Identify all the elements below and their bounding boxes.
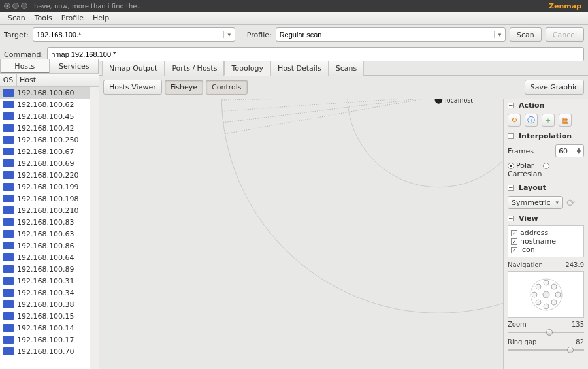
os-icon	[3, 347, 14, 355]
hosts-list[interactable]: 192.168.100.60192.168.100.62192.168.100.…	[0, 87, 90, 369]
os-icon	[3, 253, 14, 261]
frames-stepper[interactable]: 60▲▼	[555, 144, 584, 157]
navigation-wheel[interactable]	[508, 271, 584, 318]
check-hostname[interactable]: ✓	[511, 238, 517, 245]
side-panel: −Action ↻ ⓘ ＋ ▦ −Interpolation Frames 60…	[503, 99, 588, 369]
zoom-slider[interactable]	[508, 329, 584, 336]
menu-scan[interactable]: Scan	[4, 12, 29, 24]
controls-button[interactable]: Controls	[206, 80, 248, 95]
host-row[interactable]: 192.168.100.198	[0, 193, 90, 204]
collapse-icon[interactable]: −	[508, 185, 514, 191]
action-title: Action	[519, 101, 544, 110]
host-address: 192.168.100.250	[17, 136, 78, 144]
os-icon	[3, 300, 14, 308]
host-row[interactable]: 192.168.100.250	[0, 134, 90, 146]
host-row[interactable]: 192.168.100.62	[0, 99, 90, 110]
radio-polar[interactable]	[508, 163, 514, 169]
layout-select[interactable]: Symmetric▾	[508, 196, 563, 209]
check-address[interactable]: ✓	[511, 230, 517, 236]
topology-canvas[interactable]: localhostubuntu-desktop192.168.100.45192…	[99, 99, 588, 369]
action-info-icon[interactable]: ⓘ	[525, 114, 538, 127]
svg-point-83	[551, 300, 557, 305]
column-host[interactable]: Host	[17, 74, 99, 86]
host-row[interactable]: 192.168.100.220	[0, 169, 90, 181]
host-row[interactable]: 192.168.100.86	[0, 240, 90, 251]
host-address: 192.168.100.60	[17, 89, 74, 97]
target-combo[interactable]: ▾	[33, 27, 235, 42]
os-icon	[3, 112, 14, 120]
action-grid-icon[interactable]: ▦	[559, 114, 572, 127]
host-row[interactable]: 192.168.100.199	[0, 181, 90, 193]
tab-ports-hosts[interactable]: Ports / Hosts	[165, 61, 224, 76]
check-icon[interactable]: ✓	[511, 247, 517, 253]
scan-button[interactable]: Scan	[510, 27, 542, 42]
window-close-icon[interactable]: ×	[4, 3, 10, 9]
host-row[interactable]: 192.168.100.34	[0, 287, 90, 298]
host-row[interactable]: 192.168.100.15	[0, 310, 90, 322]
host-row[interactable]: 192.168.100.89	[0, 263, 90, 275]
chevron-down-icon[interactable]: ▾	[223, 31, 235, 38]
collapse-icon[interactable]: −	[508, 103, 514, 108]
tab-host-details[interactable]: Host Details	[270, 61, 329, 76]
svg-point-82	[536, 300, 541, 305]
os-icon	[3, 124, 14, 132]
os-icon	[3, 136, 14, 144]
svg-point-79	[555, 292, 561, 297]
host-address: 192.168.100.14	[17, 324, 74, 332]
target-label: Target:	[4, 31, 29, 39]
radio-cartesian[interactable]	[543, 163, 549, 169]
ring-gap-slider[interactable]	[508, 347, 584, 353]
host-row[interactable]: 192.168.100.210	[0, 204, 90, 216]
target-row: Target: ▾ Profile: ▾ Scan Cancel	[0, 25, 588, 44]
collapse-icon[interactable]: −	[508, 133, 514, 139]
menu-profile[interactable]: Profile	[57, 12, 88, 24]
os-icon	[3, 195, 14, 202]
command-input[interactable]	[48, 50, 583, 58]
tab-topology[interactable]: Topology	[224, 61, 270, 76]
main-tabs: Nmap OutputPorts / HostsTopologyHost Det…	[99, 59, 588, 76]
menu-help[interactable]: Help	[89, 12, 113, 24]
tab-nmap-output[interactable]: Nmap Output	[102, 61, 165, 76]
fisheye-button[interactable]: Fisheye	[165, 80, 203, 95]
host-address: 192.168.100.38	[17, 300, 74, 309]
layout-refresh-icon[interactable]: ⟳	[566, 197, 575, 209]
host-row[interactable]: 192.168.100.64	[0, 251, 90, 263]
scrollbar[interactable]	[90, 87, 99, 369]
host-row[interactable]: 192.168.100.17	[0, 334, 90, 345]
host-row[interactable]: 192.168.100.60	[0, 87, 90, 99]
host-row[interactable]: 192.168.100.67	[0, 146, 90, 157]
host-row[interactable]: 192.168.100.83	[0, 216, 90, 228]
ring-gap-label: Ring gap	[508, 338, 536, 345]
profile-input[interactable]	[276, 31, 494, 39]
collapse-icon[interactable]: −	[508, 216, 514, 221]
menu-tools[interactable]: Tools	[31, 12, 56, 24]
host-row[interactable]: 192.168.100.31	[0, 275, 90, 287]
target-input[interactable]	[33, 31, 223, 39]
hosts-header: OS Host	[0, 73, 99, 87]
svg-line-2	[222, 99, 438, 111]
host-row[interactable]: 192.168.100.69	[0, 157, 90, 169]
host-row[interactable]: 192.168.100.42	[0, 122, 90, 134]
window-minimize-icon[interactable]	[12, 3, 19, 9]
profile-label: Profile:	[247, 31, 272, 39]
save-graphic-button[interactable]: Save Graphic	[525, 80, 584, 95]
hosts-viewer-button[interactable]: Hosts Viewer	[103, 80, 162, 95]
profile-combo[interactable]: ▾	[276, 27, 506, 42]
host-row[interactable]: 192.168.100.38	[0, 298, 90, 310]
chevron-down-icon[interactable]: ▾	[494, 31, 505, 38]
tab-scans[interactable]: Scans	[329, 61, 364, 76]
host-row[interactable]: 192.168.100.14	[0, 322, 90, 334]
host-address: 192.168.100.63	[17, 230, 74, 238]
action-add-icon[interactable]: ＋	[542, 114, 555, 127]
tab-services[interactable]: Services	[50, 59, 99, 73]
zoom-label: Zoom	[508, 321, 527, 328]
svg-point-75	[543, 291, 549, 298]
host-row[interactable]: 192.168.100.45	[0, 110, 90, 122]
menubar: Scan Tools Profile Help	[0, 12, 588, 25]
host-row[interactable]: 192.168.100.63	[0, 228, 90, 240]
window-maximize-icon[interactable]	[21, 3, 27, 9]
action-refresh-icon[interactable]: ↻	[508, 114, 521, 127]
tab-hosts[interactable]: Hosts	[0, 59, 50, 73]
column-os[interactable]: OS	[0, 74, 17, 86]
host-row[interactable]: 192.168.100.70	[0, 345, 90, 357]
